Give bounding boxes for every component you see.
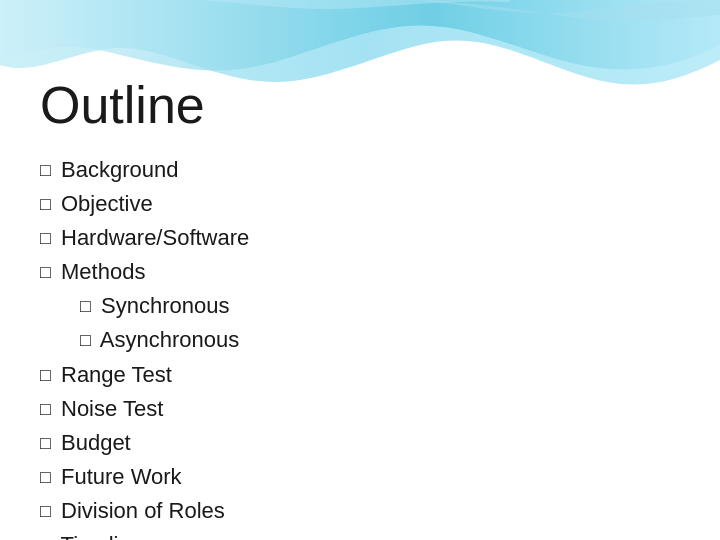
list-item: Timeline <box>40 528 680 540</box>
outline-list: Background Objective Hardware/Software M… <box>40 153 680 540</box>
list-item: Background <box>40 153 680 187</box>
sub-list: Synchronous Asynchronous <box>40 289 680 357</box>
page-title: Outline <box>40 75 680 135</box>
list-item: Division of Roles <box>40 494 680 528</box>
list-item: Asynchronous <box>80 323 680 357</box>
list-item: Noise Test <box>40 392 680 426</box>
list-item: Methods <box>40 255 680 289</box>
list-item: Hardware/Software <box>40 221 680 255</box>
list-item: Synchronous <box>80 289 680 323</box>
list-item: Budget <box>40 426 680 460</box>
main-content: Outline Background Objective Hardware/So… <box>0 0 720 540</box>
list-item: Range Test <box>40 358 680 392</box>
list-item: Future Work <box>40 460 680 494</box>
list-item: Objective <box>40 187 680 221</box>
